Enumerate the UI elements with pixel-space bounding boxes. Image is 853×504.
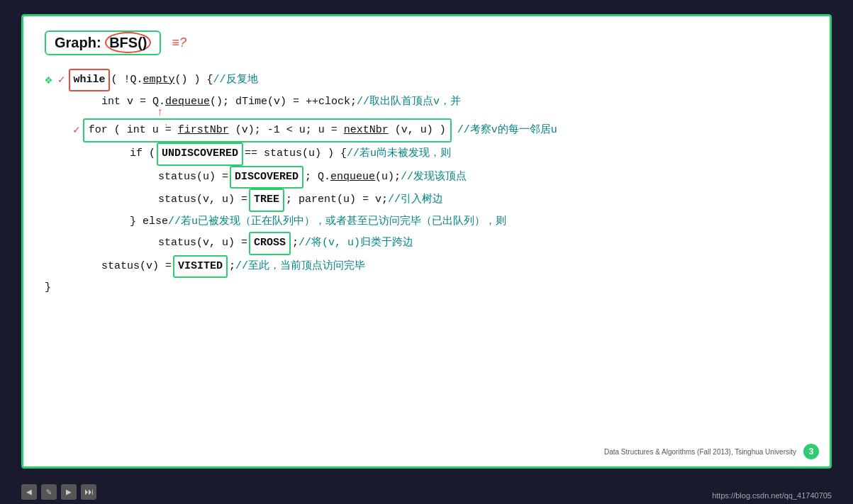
line-for: ✓ for ( int u = firstNbr (v); -1 < u; u … xyxy=(45,118,808,143)
tree-rest: ; parent(u) = v; xyxy=(286,190,388,211)
else-comment: //若u已被发现（正在队列中），或者甚至已访问完毕（已出队列），则 xyxy=(168,212,506,233)
code-area: ❖ ✓ while ( !Q. empty () ) { //反复地 int v… xyxy=(45,68,808,298)
title-prefix: Graph: xyxy=(55,35,101,50)
while-rest: ( !Q. xyxy=(111,70,143,91)
discovered-rest: ; Q. xyxy=(305,167,330,188)
for-box: for ( int u = firstNbr (v); -1 < u; u = … xyxy=(83,118,452,143)
if-comment: //若u尚未被发现，则 xyxy=(347,144,451,164)
line-close: } xyxy=(45,278,808,298)
for-rest: (v); -1 < u; u = xyxy=(235,124,344,136)
discovered-rest2: (u); xyxy=(375,167,401,188)
tree-prefix: status(v, u) = xyxy=(158,190,247,211)
close-brace: } xyxy=(45,278,51,298)
nav-prev-btn[interactable]: ◀ xyxy=(21,484,37,500)
visited-prefix: status(v) = xyxy=(101,257,172,277)
cross-comment: //将(v, u)归类于跨边 xyxy=(299,233,413,254)
check-for: ✓ xyxy=(73,120,80,141)
title-area: Graph: BFS() ≡? xyxy=(45,30,808,55)
tree-box: TREE xyxy=(249,189,284,212)
nav-edit-btn[interactable]: ✎ xyxy=(41,484,57,500)
while-box: while xyxy=(69,69,109,92)
bottom-bar: Data Structures & Algorithms (Fall 2013)… xyxy=(604,444,819,459)
check-while: ✓ xyxy=(58,69,65,91)
enqueue-kw: enqueue xyxy=(330,167,375,188)
bottom-text: Data Structures & Algorithms (Fall 2013)… xyxy=(604,448,796,456)
if-prefix: if ( xyxy=(130,144,155,164)
for-comment: //考察v的每一邻居u xyxy=(457,121,557,141)
dequeue-prefix: int v = Q. xyxy=(101,92,165,113)
line-cross: status(v, u) = CROSS ; //将(v, u)归类于跨边 xyxy=(45,232,808,255)
line-if: if ( UNDISCOVERED == status(u) ) { //若u尚… xyxy=(45,142,808,166)
while-rest2: () ) { xyxy=(175,70,213,91)
bfs-circle: BFS() xyxy=(105,32,151,53)
dequeue-rest: (); dTime(v) = ++clock; xyxy=(210,92,357,113)
cross-prefix: status(v, u) = xyxy=(158,233,247,254)
nav-controls: ◀ ✎ ▶ ⏭ xyxy=(21,484,96,500)
nav-last-btn[interactable]: ⏭ xyxy=(81,484,96,500)
empty-kw: empty xyxy=(143,70,175,91)
url-bar: https://blog.csdn.net/qq_41740705 xyxy=(712,491,832,500)
visited-comment: //至此，当前顶点访问完毕 xyxy=(235,257,365,277)
visited-box: VISITED xyxy=(173,255,228,279)
line-else: } else //若u已被发现（正在队列中），或者甚至已访问完毕（已出队列），则 xyxy=(45,212,808,233)
else-text: } else xyxy=(130,212,168,233)
annotation: ≡? xyxy=(172,35,186,50)
line-dequeue: int v = Q. dequeue (); dTime(v) = ++cloc… xyxy=(45,92,808,113)
visited-rest: ; xyxy=(229,257,235,277)
page-number: 3 xyxy=(803,444,819,459)
line-visited: status(v) = VISITED ; //至此，当前顶点访问完毕 xyxy=(45,255,808,279)
bfs-text: BFS() xyxy=(109,35,147,50)
line-while: ❖ ✓ while ( !Q. empty () ) { //反复地 xyxy=(45,68,808,92)
undiscovered-box: UNDISCOVERED xyxy=(157,142,243,166)
slide: Graph: BFS() ≡? ❖ ✓ while ( !Q. empty ()… xyxy=(21,14,832,469)
line-discovered: status(u) = DISCOVERED ; Q. enqueue (u);… xyxy=(45,166,808,189)
cross-box: CROSS xyxy=(249,232,291,255)
while-comment: //反复地 xyxy=(213,70,258,91)
nextNbr-kw: nextNbr xyxy=(344,124,389,136)
dequeue-comment: //取出队首顶点v，并 xyxy=(357,92,461,113)
firstNbr-kw: firstNbr xyxy=(178,124,229,136)
nav-next-btn[interactable]: ▶ xyxy=(61,484,77,500)
if-rest: == status(u) ) { xyxy=(245,144,347,164)
discovered-comment: //发现该顶点 xyxy=(401,167,467,188)
discovered-box: DISCOVERED xyxy=(230,166,303,189)
tree-comment: //引入树边 xyxy=(388,190,443,211)
title-box: Graph: BFS() xyxy=(45,30,161,55)
cross-rest: ; xyxy=(292,233,299,254)
for-prefix: for ( int u = xyxy=(89,124,178,136)
for-rest2: (v, u) ) xyxy=(395,124,446,136)
bullet: ❖ xyxy=(45,68,52,92)
dequeue-kw: dequeue xyxy=(165,92,210,113)
line-tree: status(v, u) = TREE ; parent(u) = v; //引… xyxy=(45,189,808,212)
slide-container: Graph: BFS() ≡? ❖ ✓ while ( !Q. empty ()… xyxy=(21,14,832,469)
discovered-prefix: status(u) = xyxy=(158,167,228,188)
